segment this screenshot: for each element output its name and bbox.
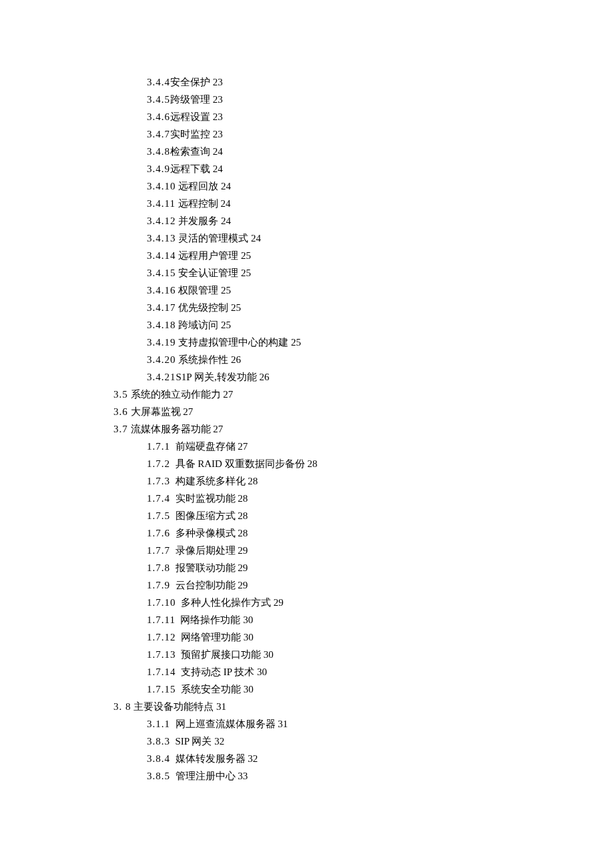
toc-title: 支持虚拟管理中心的构建 bbox=[178, 337, 288, 348]
toc-title: 网络管理功能 bbox=[178, 632, 241, 642]
toc-entry: 3.4.11 远程控制 24 bbox=[113, 195, 614, 212]
toc-entry: 1.7.7 录像后期处理 29 bbox=[113, 542, 614, 559]
toc-title: 实时监控 bbox=[170, 129, 210, 139]
toc-entry: 3.1.1 网上巡查流媒体服务器 31 bbox=[113, 715, 614, 733]
toc-number: 1.7.9 bbox=[147, 580, 170, 590]
toc-title: 系统操作性 bbox=[178, 354, 228, 365]
toc-page-number: 24 bbox=[251, 233, 261, 244]
toc-entry: 3.4.16 权限管理 25 bbox=[113, 282, 614, 299]
toc-title: 主要设备功能特点 bbox=[133, 701, 214, 712]
toc-number: 3.4.11 bbox=[147, 198, 176, 209]
toc-number: 1.7.4 bbox=[147, 493, 170, 504]
toc-entry: 1.7.3 构建系统多样化 28 bbox=[113, 472, 614, 490]
toc-title: 网络操作功能 bbox=[178, 614, 241, 625]
toc-title: 支持动态 IP 技术 bbox=[178, 667, 254, 677]
toc-number: 1.7.6 bbox=[147, 528, 170, 538]
toc-page-number: 30 bbox=[257, 667, 267, 677]
toc-title: 远程回放 bbox=[178, 181, 218, 191]
toc-number: 3.4.19 bbox=[147, 337, 176, 348]
toc-page-number: 29 bbox=[274, 597, 284, 608]
toc-number: 3.4.16 bbox=[147, 285, 176, 296]
toc-page-number: 28 bbox=[238, 510, 248, 521]
toc-page: 3.4.4安全保护 233.4.5跨级管理 233.4.6远程设置 233.4.… bbox=[0, 0, 614, 785]
toc-entry: 3.8.5 管理注册中心 33 bbox=[113, 767, 614, 785]
toc-title: 图像压缩方式 bbox=[173, 510, 236, 521]
toc-number: 1.7.12 bbox=[147, 632, 176, 642]
toc-title: 前端硬盘存储 bbox=[173, 441, 236, 452]
toc-number: 1.7.15 bbox=[147, 684, 176, 695]
toc-title: 构建系统多样化 bbox=[173, 476, 246, 486]
toc-title: 检索查询 bbox=[170, 146, 210, 157]
toc-title: 实时监视功能 bbox=[173, 493, 236, 504]
toc-page-number: 31 bbox=[278, 719, 288, 729]
toc-entry: 1.7.6 多种录像模式 28 bbox=[113, 524, 614, 542]
toc-page-number: 25 bbox=[221, 285, 231, 296]
toc-title: S1P 网关,转发功能 bbox=[176, 372, 257, 382]
toc-entry: 3.4.6远程设置 23 bbox=[113, 108, 614, 125]
toc-entry: 1.7.12 网络管理功能 30 bbox=[113, 628, 614, 646]
toc-page-number: 30 bbox=[244, 684, 254, 695]
toc-number: 1.7.7 bbox=[147, 545, 170, 556]
toc-entry: 1.7.1 前端硬盘存储 27 bbox=[113, 438, 614, 455]
toc-title: 多种人性化操作方式 bbox=[178, 597, 271, 608]
toc-page-number: 26 bbox=[259, 372, 269, 382]
toc-entry: 3.8.4 媒体转发服务器 32 bbox=[113, 750, 614, 767]
toc-title: 多种录像模式 bbox=[173, 528, 236, 538]
toc-number: 1.7.11 bbox=[147, 614, 176, 625]
toc-number: 3.4.12 bbox=[147, 215, 176, 226]
toc-entry: 3.4.17 优先级控制 25 bbox=[113, 299, 614, 316]
toc-number: 1.7.10 bbox=[147, 597, 176, 608]
toc-number: 3.4.7 bbox=[147, 129, 170, 139]
toc-page-number: 27 bbox=[183, 406, 193, 417]
toc-entry: 1.7.15 系统安全功能 30 bbox=[113, 681, 614, 698]
toc-page-number: 24 bbox=[221, 215, 231, 226]
toc-entry: 1.7.5 图像压缩方式 28 bbox=[113, 507, 614, 524]
toc-title: 跨域访问 bbox=[178, 320, 218, 330]
toc-number: 3.4.4 bbox=[147, 77, 170, 87]
toc-number: 3.4.18 bbox=[147, 320, 176, 330]
toc-title: 远程下载 bbox=[170, 163, 210, 174]
toc-number: 1.7.3 bbox=[147, 476, 170, 486]
toc-entry: 1.7.4 实时监视功能 28 bbox=[113, 490, 614, 507]
toc-number: 1.7.14 bbox=[147, 667, 176, 677]
toc-title: 安全认证管理 bbox=[178, 268, 238, 278]
toc-page-number: 30 bbox=[243, 614, 253, 625]
toc-number: 3.1.1 bbox=[147, 719, 170, 729]
toc-page-number: 23 bbox=[213, 94, 223, 105]
toc-title: 优先级控制 bbox=[178, 302, 228, 313]
toc-entry: 3.7 流媒体服务器功能 27 bbox=[113, 420, 614, 438]
toc-page-number: 25 bbox=[231, 302, 241, 313]
toc-title: 媒体转发服务器 bbox=[173, 753, 246, 764]
toc-entry: 3. 8 主要设备功能特点 31 bbox=[113, 698, 614, 715]
toc-page-number: 28 bbox=[238, 528, 248, 538]
toc-number: 3.4.10 bbox=[147, 181, 176, 191]
toc-entry: 3.4.14 远程用户管理 25 bbox=[113, 247, 614, 264]
toc-page-number: 25 bbox=[241, 250, 251, 261]
toc-number: 3.4.17 bbox=[147, 302, 176, 313]
toc-title: 录像后期处理 bbox=[173, 545, 236, 556]
toc-page-number: 25 bbox=[291, 337, 301, 348]
toc-page-number: 24 bbox=[221, 181, 231, 191]
toc-title: 远程用户管理 bbox=[178, 250, 238, 261]
toc-entry: 3.4.5跨级管理 23 bbox=[113, 91, 614, 108]
toc-number: 3.8.3 bbox=[147, 736, 170, 747]
toc-entry: 3.4.10 远程回放 24 bbox=[113, 177, 614, 195]
toc-entry: 1.7.11 网络操作功能 30 bbox=[113, 611, 614, 628]
toc-title: 云台控制功能 bbox=[173, 580, 236, 590]
toc-title: 远程设置 bbox=[170, 111, 210, 122]
toc-number: 3.4.9 bbox=[147, 163, 170, 174]
toc-title: 管理注册中心 bbox=[173, 771, 236, 781]
toc-page-number: 29 bbox=[238, 545, 248, 556]
toc-title: 具备 RAID 双重数据同步备份 bbox=[173, 458, 305, 469]
toc-page-number: 33 bbox=[238, 771, 248, 781]
toc-title: 流媒体服务器功能 bbox=[131, 424, 211, 434]
toc-page-number: 29 bbox=[238, 580, 248, 590]
toc-number: 1.7.1 bbox=[147, 441, 170, 452]
toc-number: 3.4.14 bbox=[147, 250, 176, 261]
toc-number: 3.4.8 bbox=[147, 146, 170, 157]
toc-page-number: 24 bbox=[220, 198, 230, 209]
toc-number: 3.4.5 bbox=[147, 94, 170, 105]
toc-page-number: 30 bbox=[264, 649, 274, 660]
toc-entry: 1.7.9 云台控制功能 29 bbox=[113, 576, 614, 594]
toc-page-number: 32 bbox=[214, 736, 224, 747]
